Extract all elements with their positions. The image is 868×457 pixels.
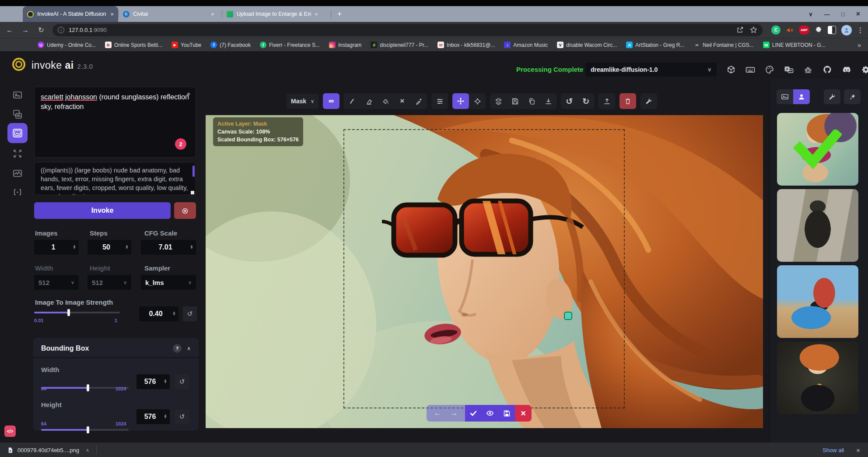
stepper-arrows[interactable]: ▲▼ <box>190 245 193 250</box>
gallery-pin-button[interactable] <box>844 89 861 104</box>
collapse-chevron-icon[interactable]: ∧ <box>187 345 191 352</box>
stepper-arrows[interactable]: ▲▼ <box>125 245 129 250</box>
canvas-bounding-box[interactable] <box>343 129 625 408</box>
bug-report-icon[interactable] <box>802 63 815 77</box>
negative-prompt-scrollbar[interactable] <box>192 165 195 177</box>
bookmark-item[interactable]: f(7) Facebook <box>210 42 251 48</box>
stepper-arrows[interactable]: ▲▼ <box>164 380 167 384</box>
accept-image-button[interactable] <box>465 405 482 421</box>
speaker-muted-icon[interactable] <box>786 26 794 34</box>
back-icon[interactable]: ← <box>4 24 16 36</box>
upload-image-button[interactable] <box>598 93 615 109</box>
browser-tab-civitai[interactable]: C Civitai × <box>119 6 222 22</box>
discard-image-button[interactable]: × <box>515 405 532 421</box>
github-icon[interactable] <box>821 63 834 77</box>
gallery-results-button[interactable] <box>777 89 793 104</box>
tab-close-icon[interactable]: × <box>211 11 214 18</box>
bookmark-item[interactable]: fFiverr - Freelance S... <box>260 42 320 48</box>
chevron-up-icon[interactable]: ∧ <box>86 447 89 453</box>
reload-icon[interactable]: ↻ <box>35 24 47 36</box>
discord-icon[interactable] <box>840 63 853 77</box>
bookmarks-overflow-icon[interactable]: » <box>858 42 861 49</box>
fill-bounding-box-button[interactable] <box>377 93 394 109</box>
bbox-height-reset-button[interactable]: ↺ <box>175 409 189 424</box>
new-tab-button[interactable]: + <box>331 6 348 22</box>
bookmark-item[interactable]: ▶YouTube <box>172 42 201 48</box>
brush-tool-button[interactable] <box>344 93 360 109</box>
gallery-thumbnail[interactable] <box>777 265 858 338</box>
settings-gear-icon[interactable] <box>859 63 868 77</box>
tab-unified-canvas[interactable] <box>7 123 28 143</box>
steps-input[interactable]: 50 ▲▼ <box>88 240 131 255</box>
download-image-button[interactable] <box>540 93 556 109</box>
bookmark-star-icon[interactable] <box>750 26 757 34</box>
save-to-gallery-button[interactable] <box>507 93 523 109</box>
window-menu-icon[interactable]: ∨ <box>808 11 813 18</box>
model-select[interactable]: dreamlike-diffusion-1.0 ∨ <box>585 63 717 77</box>
save-staging-button[interactable] <box>498 405 515 421</box>
minimize-icon[interactable]: — <box>824 11 830 18</box>
resize-handle[interactable] <box>191 191 194 194</box>
previous-image-icon[interactable]: ← <box>429 405 446 421</box>
profile-avatar[interactable] <box>841 25 852 35</box>
redo-button[interactable]: ↻ <box>578 93 594 109</box>
bbox-height-slider[interactable] <box>41 426 129 433</box>
downloads-close-icon[interactable]: × <box>856 446 860 454</box>
erase-bounding-box-button[interactable]: × <box>394 93 410 109</box>
merge-visible-button[interactable] <box>490 93 507 109</box>
browser-menu-icon[interactable]: ⋮ <box>857 26 864 34</box>
bookmark-item[interactable]: Instagram <box>329 42 361 48</box>
hotkeys-keyboard-icon[interactable] <box>744 63 757 77</box>
width-select[interactable]: 512 ∨ <box>34 275 79 290</box>
tab-close-icon[interactable]: × <box>315 11 318 18</box>
pin-icon[interactable] <box>184 91 191 98</box>
clear-canvas-button[interactable] <box>620 93 636 109</box>
stepper-arrows[interactable]: ▲▼ <box>164 415 167 419</box>
adblock-icon[interactable]: ABP <box>799 25 809 35</box>
bookmark-item[interactable]: MInbox - klk56831@... <box>438 42 495 48</box>
close-icon[interactable]: × <box>856 10 860 18</box>
share-icon[interactable] <box>736 26 744 34</box>
forward-icon[interactable]: → <box>19 24 32 36</box>
height-select[interactable]: 512 ∨ <box>88 275 131 290</box>
help-icon[interactable]: ? <box>173 344 182 353</box>
stepper-arrows[interactable]: ▲▼ <box>172 312 176 316</box>
bookmark-item[interactable]: BOnline Sports Betti... <box>105 42 162 48</box>
extension-icon-c[interactable]: C <box>771 25 780 35</box>
model-manager-icon[interactable] <box>724 63 738 77</box>
prompt-input[interactable]: scarlett johansson (round sunglasses) re… <box>34 87 196 158</box>
tab-postprocessing[interactable] <box>7 164 28 183</box>
dark-reader-icon[interactable] <box>828 26 836 34</box>
next-image-icon[interactable]: → <box>446 405 462 421</box>
extensions-puzzle-icon[interactable] <box>815 26 822 34</box>
bookmark-item[interactable]: UUdemy - Online Co... <box>38 42 96 48</box>
copy-to-clipboard-button[interactable] <box>523 93 540 109</box>
show-all-link[interactable]: Show all <box>822 447 844 453</box>
images-input[interactable]: 1 ▲▼ <box>34 240 79 255</box>
reset-view-button[interactable] <box>469 93 486 109</box>
undo-button[interactable]: ↺ <box>561 93 578 109</box>
cancel-button[interactable]: ⊗ <box>174 202 196 219</box>
bookmark-item[interactable]: ∞Neil Fontaine | CGS... <box>693 42 754 48</box>
browser-tab-upload[interactable]: Upload Image to Enlarge & Enh × <box>222 6 331 22</box>
tab-training[interactable] <box>7 183 28 201</box>
strength-reset-button[interactable]: ↺ <box>183 306 197 321</box>
tab-close-icon[interactable]: × <box>110 11 114 18</box>
eraser-tool-button[interactable] <box>360 93 377 109</box>
bookmark-item[interactable]: AArtStation - Greg R... <box>626 42 684 48</box>
bbox-width-reset-button[interactable]: ↺ <box>175 374 189 389</box>
language-icon[interactable]: A <box>782 63 795 77</box>
tab-nodes[interactable] <box>7 144 28 163</box>
invoke-button[interactable]: Invoke <box>34 202 171 219</box>
sampler-select[interactable]: k_lms ∨ <box>141 275 196 290</box>
unified-canvas[interactable]: ← → × <box>206 115 763 428</box>
stepper-arrows[interactable]: ▲▼ <box>73 245 76 250</box>
preview-eye-button[interactable] <box>482 405 498 421</box>
gallery-settings-button[interactable] <box>824 89 840 104</box>
address-bar[interactable]: i 127.0.0.1:9090 <box>52 24 763 36</box>
bookmark-item[interactable]: ddiscipleneil777 - Pr... <box>371 42 428 48</box>
mask-toggle-button[interactable]: ∞ <box>323 93 340 109</box>
bbox-height-input[interactable]: 576 ▲▼ <box>136 409 170 424</box>
bookmark-item[interactable]: Vdisable Wacom Circ... <box>557 42 617 48</box>
cfg-input[interactable]: 7.01 ▲▼ <box>141 240 196 255</box>
